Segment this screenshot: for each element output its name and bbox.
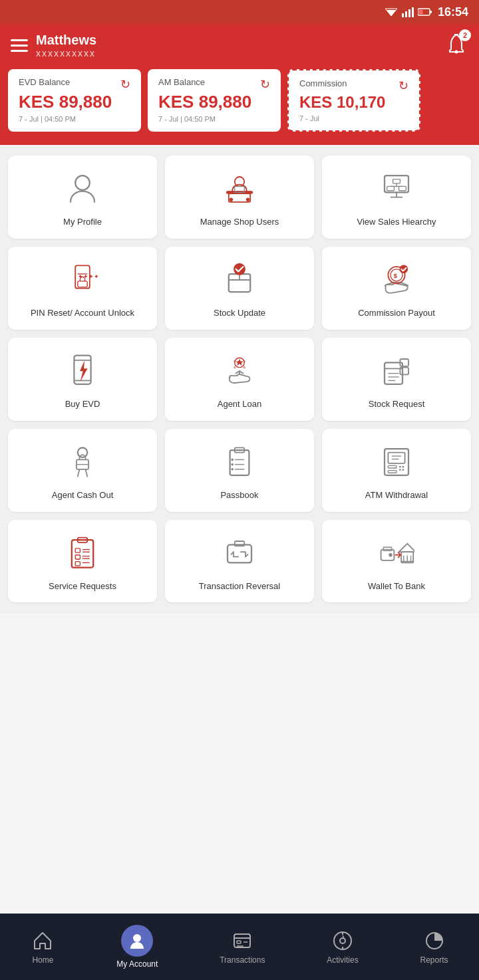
activities-icon bbox=[331, 929, 355, 953]
svg-text:$: $ bbox=[394, 272, 398, 279]
menu-grid: My Profile Man bbox=[0, 145, 479, 613]
transaction-reversal-icon bbox=[220, 533, 259, 573]
menu-item-pin-reset[interactable]: ✦✦✦✦ PIN Reset/ Account Unlock bbox=[8, 247, 157, 330]
reports-icon bbox=[422, 929, 446, 953]
svg-point-99 bbox=[133, 934, 141, 942]
account-number: xxxxxxxxxx bbox=[36, 48, 96, 59]
svg-point-74 bbox=[402, 469, 404, 471]
hamburger-menu[interactable] bbox=[11, 39, 28, 52]
menu-item-my-profile[interactable]: My Profile bbox=[8, 156, 157, 239]
menu-label-stock-request: Stock Request bbox=[369, 399, 425, 410]
bottom-nav: Home My Account Transactions bbox=[0, 914, 479, 980]
pin-reset-icon: ✦✦✦✦ bbox=[63, 260, 102, 300]
svg-rect-4 bbox=[408, 9, 410, 17]
svg-marker-94 bbox=[399, 543, 414, 552]
svg-rect-2 bbox=[402, 13, 404, 17]
evd-refresh-icon[interactable]: ↻ bbox=[120, 77, 130, 92]
svg-point-92 bbox=[389, 553, 392, 556]
svg-rect-86 bbox=[75, 561, 80, 565]
menu-label-atm-withdrawal: ATM Withdrawal bbox=[365, 490, 428, 501]
nav-activities[interactable]: Activities bbox=[316, 923, 369, 970]
commission-payout-icon: $ bbox=[377, 260, 416, 300]
menu-label-view-sales-hierarchy: View Sales Hiearchy bbox=[357, 217, 436, 228]
svg-rect-5 bbox=[412, 7, 414, 17]
svg-point-73 bbox=[399, 469, 401, 471]
svg-rect-7 bbox=[430, 11, 432, 13]
menu-item-stock-update[interactable]: Stock Update bbox=[165, 247, 314, 330]
commission-refresh-icon[interactable]: ↻ bbox=[399, 78, 408, 93]
evd-balance-card: EVD Balance ↻ KES 89,880 7 - Jul | 04:50… bbox=[8, 69, 141, 132]
am-balance-card: AM Balance ↻ KES 89,880 7 - Jul | 04:50 … bbox=[148, 69, 281, 132]
username: Matthews bbox=[36, 33, 96, 48]
svg-point-44 bbox=[234, 360, 236, 363]
svg-text:✦✦✦✦: ✦✦✦✦ bbox=[78, 273, 99, 280]
menu-label-agent-cash-out: Agent Cash Out bbox=[52, 490, 114, 501]
svg-rect-70 bbox=[388, 465, 397, 468]
menu-label-service-requests: Service Requests bbox=[49, 581, 116, 592]
nav-activities-label: Activities bbox=[327, 955, 358, 965]
menu-label-pin-reset: PIN Reset/ Account Unlock bbox=[31, 308, 134, 319]
am-balance-amount: KES 89,880 bbox=[158, 92, 270, 112]
menu-label-transaction-reversal: Transaction Reversal bbox=[199, 581, 280, 592]
my-account-icon bbox=[121, 925, 153, 957]
stock-update-icon bbox=[220, 260, 259, 300]
menu-label-manage-shop-users: Manage Shop Users bbox=[200, 217, 279, 228]
svg-rect-80 bbox=[75, 548, 80, 552]
app-header: Matthews xxxxxxxxxx 2 bbox=[0, 24, 479, 69]
status-time: 16:54 bbox=[438, 5, 468, 19]
svg-point-63 bbox=[231, 458, 234, 461]
svg-point-65 bbox=[231, 463, 234, 465]
menu-label-agent-loan: Agent Loan bbox=[218, 399, 262, 410]
menu-item-stock-request[interactable]: Stock Request bbox=[322, 338, 471, 421]
menu-label-stock-update: Stock Update bbox=[214, 308, 265, 319]
svg-point-55 bbox=[78, 447, 87, 457]
stock-request-icon bbox=[377, 351, 416, 391]
menu-label-my-profile: My Profile bbox=[63, 217, 102, 228]
svg-point-67 bbox=[231, 468, 234, 471]
evd-balance-label: EVD Balance bbox=[19, 77, 70, 87]
nav-home[interactable]: Home bbox=[20, 923, 65, 970]
nav-transactions[interactable]: Transactions bbox=[209, 923, 275, 970]
nav-reports[interactable]: Reports bbox=[409, 923, 458, 970]
atm-withdrawal-icon bbox=[377, 442, 416, 482]
notification-bell[interactable]: 2 bbox=[444, 32, 468, 59]
person-icon bbox=[63, 169, 102, 209]
svg-rect-3 bbox=[405, 11, 407, 17]
svg-point-106 bbox=[340, 938, 345, 943]
status-bar: 16:54 bbox=[0, 0, 479, 24]
svg-rect-75 bbox=[388, 470, 397, 473]
menu-label-buy-evd: Buy EVD bbox=[65, 399, 100, 410]
svg-point-47 bbox=[243, 366, 245, 369]
commission-amount: KES 10,170 bbox=[299, 93, 408, 112]
status-icons bbox=[385, 7, 432, 17]
notification-count: 2 bbox=[459, 29, 471, 41]
svg-rect-83 bbox=[75, 554, 80, 558]
am-refresh-icon[interactable]: ↻ bbox=[260, 77, 270, 92]
wallet-to-bank-icon bbox=[377, 533, 416, 573]
svg-marker-0 bbox=[387, 10, 396, 16]
menu-item-commission-payout[interactable]: $ Commission Payout bbox=[322, 247, 471, 330]
svg-point-46 bbox=[234, 366, 236, 369]
nav-my-account[interactable]: My Account bbox=[106, 919, 168, 974]
svg-rect-26 bbox=[399, 186, 406, 190]
am-balance-date: 7 - Jul | 04:50 PM bbox=[158, 115, 270, 123]
svg-rect-102 bbox=[237, 941, 241, 943]
evd-balance-date: 7 - Jul | 04:50 PM bbox=[19, 115, 130, 123]
menu-item-service-requests[interactable]: Service Requests bbox=[8, 520, 157, 603]
menu-item-wallet-to-bank[interactable]: Wallet To Bank bbox=[322, 520, 471, 603]
menu-item-manage-shop-users[interactable]: Manage Shop Users bbox=[165, 156, 314, 239]
menu-item-passbook[interactable]: Passbook bbox=[165, 429, 314, 512]
menu-item-transaction-reversal[interactable]: Transaction Reversal bbox=[165, 520, 314, 603]
menu-item-buy-evd[interactable]: Buy EVD bbox=[8, 338, 157, 421]
menu-item-agent-cash-out[interactable]: Agent Cash Out bbox=[8, 429, 157, 512]
menu-item-view-sales-hierarchy[interactable]: View Sales Hiearchy bbox=[322, 156, 471, 239]
user-info: Matthews xxxxxxxxxx bbox=[36, 33, 96, 59]
svg-point-71 bbox=[399, 466, 401, 468]
home-icon bbox=[31, 929, 55, 953]
menu-item-atm-withdrawal[interactable]: ATM Withdrawal bbox=[322, 429, 471, 512]
svg-marker-43 bbox=[236, 359, 243, 366]
hierarchy-icon bbox=[377, 169, 416, 209]
menu-label-wallet-to-bank: Wallet To Bank bbox=[368, 581, 425, 592]
menu-item-agent-loan[interactable]: Agent Loan bbox=[165, 338, 314, 421]
svg-point-72 bbox=[402, 466, 404, 468]
